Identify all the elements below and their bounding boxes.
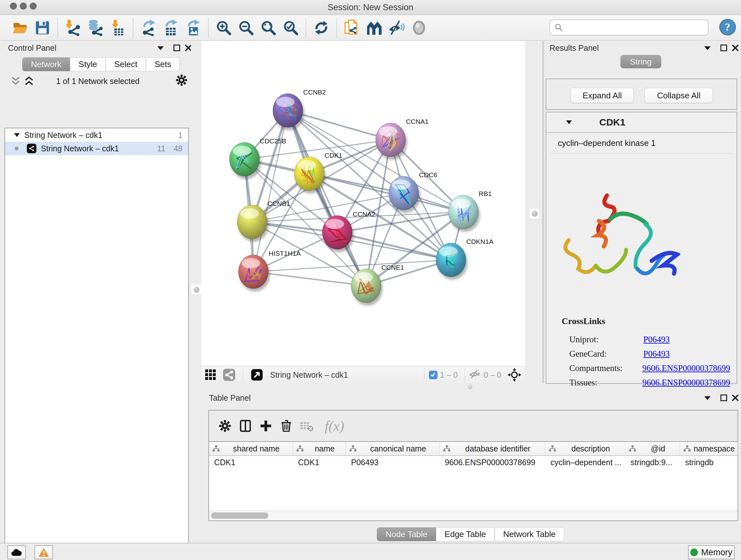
table-cell[interactable]: CDK1	[209, 458, 293, 467]
network-node-CCNA1[interactable]: CCNA1	[376, 118, 428, 160]
table-cell[interactable]: stringdb:9...	[625, 458, 680, 467]
table-header-row: shared namenamecanonical namedatabase id…	[209, 442, 738, 456]
panel-float-icon[interactable]	[720, 44, 728, 53]
create-column-icon[interactable]	[256, 416, 276, 436]
help-icon[interactable]: ?	[719, 17, 737, 37]
apply-layout-icon[interactable]	[312, 18, 331, 37]
panel-float-icon[interactable]	[173, 44, 181, 53]
zoom-fit-icon[interactable]	[259, 18, 278, 37]
svg-text:?: ?	[725, 21, 731, 33]
delete-table-icon[interactable]	[296, 416, 317, 436]
crosslink-link[interactable]: P06493	[643, 334, 670, 345]
crosslink-link[interactable]: 9606.ENSP00000378699	[643, 363, 730, 373]
column-header--id[interactable]: @id	[625, 442, 680, 455]
memory-button[interactable]: Memory	[688, 545, 735, 559]
birds-eye-view-icon[interactable]	[203, 366, 218, 384]
zoom-selected-icon[interactable]	[281, 18, 300, 37]
column-header-namespace[interactable]: namespace	[680, 442, 738, 455]
function-builder-icon[interactable]: f(x)	[317, 416, 352, 436]
string-view-icon[interactable]	[222, 366, 237, 384]
collapse-all-button[interactable]: Collapse All	[645, 88, 713, 103]
node-label-CCNA1: CCNA1	[406, 118, 428, 125]
search-field[interactable]	[549, 19, 709, 36]
hide-graphics-details-icon[interactable]	[387, 18, 406, 37]
zoom-out-icon[interactable]	[237, 18, 255, 37]
open-session-icon[interactable]	[11, 18, 29, 37]
column-header-canonical-name[interactable]: canonical name	[346, 442, 440, 455]
tab-node-table[interactable]: Node Table	[377, 527, 436, 541]
export-image-icon[interactable]	[184, 18, 202, 37]
column-header-shared-name[interactable]: shared name	[209, 442, 293, 455]
south-splitter-handle[interactable]	[468, 384, 472, 389]
table-cell[interactable]: CDK1	[293, 458, 346, 467]
first-neighbors-icon[interactable]	[365, 18, 384, 37]
column-type-icon	[443, 445, 451, 452]
network-node-RB1[interactable]: RB1	[448, 190, 492, 232]
import-table-icon[interactable]	[109, 18, 127, 37]
scrollbar-thumb[interactable]	[211, 512, 268, 519]
gene-section-header[interactable]: CDK1	[546, 112, 737, 133]
network-row[interactable]: String Network – cdk1 11 48	[5, 142, 188, 155]
crosslink-link[interactable]: P06493	[643, 349, 670, 359]
tab-string[interactable]: String	[620, 55, 661, 68]
collection-expand-icon[interactable]	[14, 133, 20, 137]
panel-close-icon[interactable]	[731, 394, 739, 403]
east-splitter[interactable]	[525, 41, 544, 390]
fit-content-icon[interactable]	[506, 366, 523, 384]
search-input[interactable]	[566, 21, 708, 34]
table-settings-gear-icon[interactable]	[215, 416, 235, 436]
tab-style[interactable]: Style	[70, 57, 106, 71]
import-network-database-icon[interactable]	[86, 18, 105, 37]
table-cell[interactable]: cyclin–dependent ...	[545, 458, 625, 467]
expand-all-button[interactable]: Expand All	[570, 88, 634, 103]
tab-select[interactable]: Select	[106, 57, 146, 71]
west-splitter-handle[interactable]	[191, 284, 202, 295]
network-view-canvas[interactable]: CCNB2CCNA1CDC25BCDK1CDC6RB1CCNB1CCNA2CDK…	[201, 41, 525, 366]
show-columns-icon[interactable]	[235, 416, 256, 436]
panel-collapse-icon[interactable]	[157, 46, 164, 52]
network-node-CCNB2[interactable]: CCNB2	[273, 88, 326, 130]
table-cell[interactable]: 9606.ENSP00000378699	[440, 458, 545, 467]
table-cell[interactable]: P06493	[346, 458, 440, 467]
import-network-file-icon[interactable]	[64, 18, 82, 37]
network-edge-HIST1H1A-CCNE1[interactable]	[253, 272, 366, 286]
export-network-icon[interactable]	[139, 18, 158, 37]
tab-edge-table[interactable]: Edge Table	[436, 527, 495, 541]
network-edge-CCNB2-HIST1H1A[interactable]	[253, 111, 288, 272]
network-node-CDC6[interactable]: CDC6	[389, 171, 437, 213]
network-collection-row[interactable]: String Network – cdk1 1	[5, 128, 188, 142]
status-bar: Memory	[0, 543, 741, 560]
open-view-in-window-icon[interactable]	[250, 366, 264, 384]
column-header-database-identifier[interactable]: database identifier	[440, 442, 545, 455]
zoom-in-icon[interactable]	[214, 18, 233, 37]
delete-column-icon[interactable]	[276, 416, 296, 436]
west-splitter[interactable]	[191, 41, 201, 390]
cloud-button[interactable]	[7, 545, 26, 559]
tab-sets[interactable]: Sets	[146, 57, 180, 71]
table-cell[interactable]: stringdb	[680, 458, 738, 467]
panel-close-icon[interactable]	[731, 44, 739, 53]
tab-network[interactable]: Network	[22, 57, 70, 71]
horizontal-scrollbar[interactable]	[209, 510, 738, 520]
export-table-icon[interactable]	[161, 18, 180, 37]
panel-collapse-icon[interactable]	[704, 46, 711, 52]
warnings-button[interactable]	[35, 545, 53, 559]
network-node-CDKN1A[interactable]: CDKN1A	[436, 238, 493, 280]
network-options-gear-icon[interactable]	[176, 74, 188, 87]
save-session-icon[interactable]	[33, 18, 52, 37]
east-splitter-handle[interactable]	[529, 208, 540, 219]
crosslink-link[interactable]: 9606.ENSP00000378699	[643, 378, 730, 388]
panel-collapse-icon[interactable]	[704, 396, 711, 401]
selected-count-checkbox[interactable]	[429, 371, 437, 379]
node-label-HIST1H1A: HIST1H1A	[269, 250, 300, 257]
column-header-description[interactable]: description	[545, 442, 625, 455]
tab-network-table[interactable]: Network Table	[495, 527, 564, 541]
panel-float-icon[interactable]	[720, 394, 728, 403]
show-graphics-details-icon[interactable]	[410, 18, 428, 37]
network-edge-CCNB2-CCNE1[interactable]	[288, 111, 366, 286]
network-from-selection-icon[interactable]	[343, 18, 361, 37]
crosslink-row: Uniprot: P06493	[569, 334, 730, 345]
column-header-name[interactable]: name	[293, 442, 346, 455]
crosslink-label: Compartments:	[569, 363, 643, 373]
gene-collapse-icon[interactable]	[566, 120, 572, 124]
